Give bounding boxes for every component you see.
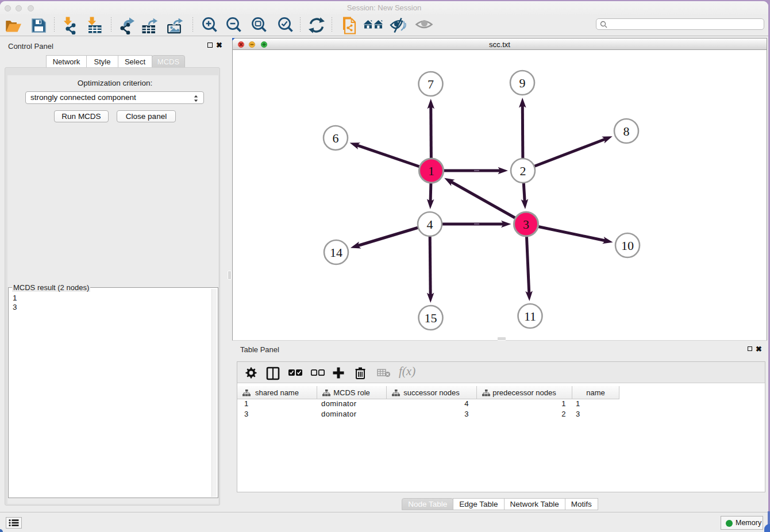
svg-text:7: 7 (428, 77, 434, 91)
svg-text:1: 1 (428, 164, 434, 178)
svg-text:8: 8 (623, 124, 630, 138)
svg-text:3: 3 (523, 217, 529, 232)
svg-text:6: 6 (333, 131, 339, 145)
svg-text:11: 11 (524, 309, 536, 323)
svg-text:14: 14 (330, 245, 342, 260)
svg-text:9: 9 (519, 76, 526, 90)
svg-text:10: 10 (621, 238, 634, 253)
svg-text:2: 2 (520, 164, 526, 178)
svg-text:4: 4 (427, 217, 433, 232)
svg-text:15: 15 (425, 311, 437, 325)
